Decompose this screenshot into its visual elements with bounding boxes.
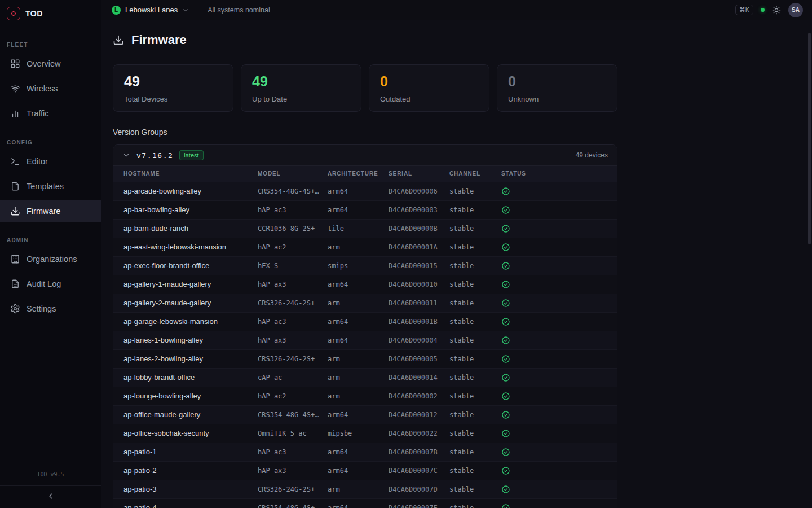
building-icon — [10, 254, 20, 264]
sidebar-item-audit-log[interactable]: Audit Log — [0, 273, 101, 295]
sidebar-collapse-button[interactable] — [0, 485, 101, 508]
table-row[interactable]: ap-bar-bowling-alleyhAP ac3arm64D4CA6D00… — [113, 200, 617, 219]
table-row[interactable]: ap-barn-dude-ranchCCR1036-8G-2S+tileD4CA… — [113, 219, 617, 238]
column-header-serial: Serial — [389, 166, 449, 182]
sidebar-item-templates[interactable]: Templates — [0, 175, 101, 198]
scrollbar-thumb[interactable] — [808, 33, 811, 244]
terminal-icon — [10, 156, 20, 167]
topbar: L Lebowski Lanes All systems nominal ⌘K … — [102, 0, 812, 20]
table-row[interactable]: ap-office-sobchak-securityOmniTIK 5 acmi… — [113, 424, 617, 443]
system-status-text: All systems nominal — [208, 6, 270, 14]
table-row[interactable]: ap-patio-4CRS354-48G-4S+…arm64D4CA6D0000… — [113, 498, 617, 508]
sidebar-item-traffic[interactable]: Traffic — [0, 102, 101, 125]
sidebar: TOD FLEET Overview Wireless Traffic CONF… — [0, 0, 102, 508]
sidebar-nav: FLEET Overview Wireless Traffic CONFIG E… — [0, 27, 101, 466]
stats-row: 49 Total Devices 49 Up to Date 0 Outdate… — [113, 64, 617, 112]
table-row[interactable]: ap-patio-2hAP ax3arm64D4CA6D00007Cstable — [113, 461, 617, 480]
org-avatar: L — [112, 6, 121, 15]
command-palette-shortcut[interactable]: ⌘K — [735, 5, 753, 15]
status-ok-icon — [501, 373, 510, 382]
stat-card: 0 Unknown — [497, 64, 617, 112]
sidebar-item-editor[interactable]: Editor — [0, 150, 101, 173]
chart-icon — [10, 108, 20, 119]
main-area: L Lebowski Lanes All systems nominal ⌘K … — [102, 0, 812, 508]
version-group-header[interactable]: v7.16.2 latest 49 devices — [113, 145, 617, 166]
status-ok-icon — [501, 410, 510, 419]
status-ok-icon — [501, 354, 510, 364]
chevron-left-icon — [46, 492, 55, 503]
sidebar-item-label: Templates — [27, 182, 64, 191]
sidebar-section: CONFIG Editor Templates Firmware — [0, 127, 101, 222]
column-header-architecture: Architecture — [328, 166, 389, 182]
sidebar-section: ADMIN Organizations Audit Log Settings — [0, 225, 101, 320]
app-title: TOD — [25, 9, 43, 18]
table-row[interactable]: ap-patio-3CRS326-24G-2S+armD4CA6D00007Ds… — [113, 480, 617, 498]
table-row[interactable]: ap-patio-1hAP ac3arm64D4CA6D00007Bstable — [113, 443, 617, 461]
health-status-dot — [761, 8, 765, 12]
column-header-status: Status — [501, 166, 617, 182]
status-ok-icon — [501, 187, 510, 196]
download-icon — [10, 206, 20, 216]
status-ok-icon — [501, 503, 510, 508]
logo: TOD — [0, 0, 101, 27]
table-row[interactable]: ap-lobby-brandt-officecAP acarmD4CA6D000… — [113, 368, 617, 387]
status-ok-icon — [501, 299, 510, 308]
stat-card: 0 Outdated — [369, 64, 489, 112]
sun-icon — [772, 6, 781, 15]
page-content: Firmware 49 Total Devices 49 Up to Date … — [102, 20, 812, 508]
sidebar-item-label: Overview — [27, 59, 60, 68]
stat-card: 49 Total Devices — [113, 64, 233, 112]
table-row[interactable]: ap-garage-lebowski-mansionhAP ac3arm64D4… — [113, 312, 617, 331]
status-ok-icon — [501, 485, 510, 494]
stat-label: Unknown — [508, 95, 606, 103]
section-title: Version Groups — [113, 128, 812, 137]
app-version: TOD v9.5 — [0, 466, 101, 485]
status-ok-icon — [501, 429, 510, 438]
sidebar-item-label: Settings — [27, 304, 56, 313]
wifi-icon — [10, 84, 20, 94]
table-row[interactable]: ap-lanes-1-bowling-alleyhAP ax3arm64D4CA… — [113, 331, 617, 349]
status-ok-icon — [501, 205, 510, 214]
table-row[interactable]: ap-arcade-bowling-alleyCRS354-48G-4S+…ar… — [113, 182, 617, 200]
stat-value: 0 — [508, 75, 606, 89]
sidebar-item-label: Firmware — [27, 207, 60, 216]
sidebar-item-label: Audit Log — [27, 279, 61, 288]
latest-badge: latest — [179, 150, 203, 160]
table-row[interactable]: ap-lanes-2-bowling-alleyCRS326-24G-2S+ar… — [113, 349, 617, 368]
sidebar-item-settings[interactable]: Settings — [0, 297, 101, 320]
user-avatar[interactable]: SA — [788, 3, 803, 17]
topbar-divider — [198, 6, 198, 15]
table-row[interactable]: ap-office-maude-galleryCRS354-48G-4S+…ar… — [113, 405, 617, 424]
version-group-panel: v7.16.2 latest 49 devices HostnameModelA… — [113, 144, 617, 508]
chevron-down-icon — [182, 7, 189, 14]
grid-icon — [10, 59, 20, 69]
stat-card: 49 Up to Date — [241, 64, 361, 112]
table-row[interactable]: ap-exec-floor-brandt-officehEX SsmipsD4C… — [113, 256, 617, 275]
sidebar-item-organizations[interactable]: Organizations — [0, 248, 101, 270]
sidebar-item-firmware[interactable]: Firmware — [0, 200, 101, 222]
stat-value: 49 — [252, 75, 350, 89]
status-ok-icon — [501, 317, 510, 326]
download-icon — [113, 34, 124, 46]
sidebar-item-label: Editor — [27, 157, 48, 166]
org-switcher[interactable]: L Lebowski Lanes — [112, 6, 189, 15]
doc-icon — [10, 279, 20, 289]
stat-value: 49 — [124, 75, 222, 89]
theme-toggle-button[interactable] — [772, 6, 781, 15]
stat-value: 0 — [380, 75, 478, 89]
sidebar-item-overview[interactable]: Overview — [0, 52, 101, 75]
device-count: 49 devices — [576, 151, 608, 159]
logo-icon — [7, 7, 20, 20]
sidebar-item-label: Wireless — [27, 84, 58, 93]
sidebar-section-label: FLEET — [0, 29, 101, 52]
table-row[interactable]: ap-gallery-2-maude-galleryCRS326-24G-2S+… — [113, 294, 617, 312]
org-name: Lebowski Lanes — [125, 6, 178, 14]
table-row[interactable]: ap-lounge-bowling-alleyhAP ac2armD4CA6D0… — [113, 387, 617, 405]
stat-label: Outdated — [380, 95, 478, 103]
status-ok-icon — [501, 243, 510, 252]
table-row[interactable]: ap-east-wing-lebowski-mansionhAP ac2armD… — [113, 238, 617, 256]
table-row[interactable]: ap-gallery-1-maude-galleryhAP ax3arm64D4… — [113, 275, 617, 294]
column-header-hostname: Hostname — [113, 166, 258, 182]
sidebar-item-wireless[interactable]: Wireless — [0, 77, 101, 100]
firmware-table-body: ap-arcade-bowling-alleyCRS354-48G-4S+…ar… — [113, 182, 617, 508]
